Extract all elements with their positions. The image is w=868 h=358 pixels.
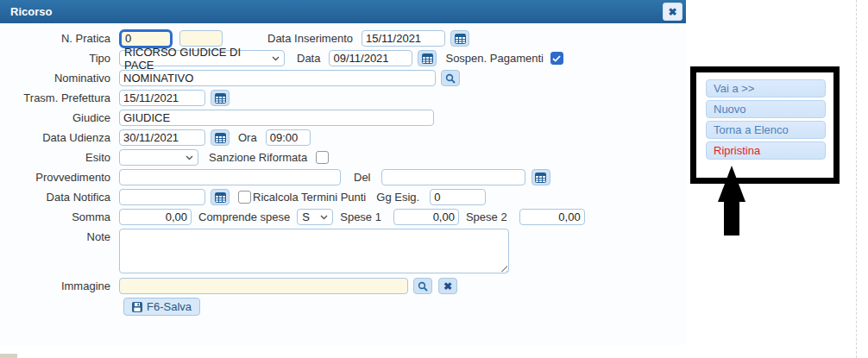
row-trasm-prefettura: Trasm. Prefettura	[0, 90, 686, 106]
esito-select[interactable]	[119, 149, 198, 166]
calendar-icon	[535, 173, 546, 183]
spese2-input[interactable]	[519, 209, 585, 225]
note-textarea[interactable]	[119, 229, 509, 273]
data-calendar-button[interactable]	[418, 50, 437, 66]
dialog-titlebar[interactable]: Ricorso ✖	[0, 0, 686, 23]
row-nominativo: Nominativo	[0, 70, 686, 86]
sanzione-riformata-checkbox[interactable]	[316, 151, 329, 164]
del-calendar-button[interactable]	[531, 169, 550, 185]
data-udienza-input[interactable]	[119, 129, 205, 146]
n-pratica-label: N. Pratica	[0, 30, 119, 47]
chevron-down-icon	[320, 215, 328, 220]
spese1-label: Spese 1	[340, 210, 381, 223]
checkmark-icon	[552, 55, 561, 62]
trasm-prefettura-label: Trasm. Prefettura	[0, 90, 119, 106]
search-icon	[445, 73, 456, 84]
dialog-title: Ricorso	[0, 5, 52, 18]
immagine-label: Immagine	[0, 278, 119, 294]
page: Ricorso ✖ N. Pratica Data Inserimento Ti…	[0, 0, 868, 358]
row-data-udienza: Data Udienza Ora	[0, 129, 686, 146]
annotation-arrow-stem	[724, 201, 739, 236]
giudice-label: Giudice	[0, 110, 119, 126]
row-data-notifica: Data Notifica Ricalcola Termini Punti Gg…	[0, 189, 686, 205]
annotation-arrow-up-icon	[718, 166, 745, 202]
save-button-label: F6-Salva	[147, 300, 192, 313]
row-giudice: Giudice	[0, 110, 686, 126]
close-icon: ✖	[668, 6, 676, 18]
giudice-input[interactable]	[119, 110, 434, 126]
data-udienza-calendar-button[interactable]	[211, 129, 230, 146]
row-immagine: Immagine ✖	[0, 278, 686, 294]
sanzione-riformata-label: Sanzione Riformata	[209, 151, 307, 164]
row-tipo: Tipo RICORSO GIUDICE DI PACE Data Sospen…	[0, 50, 686, 66]
page-corner-fragment	[0, 354, 17, 358]
calendar-icon	[215, 93, 226, 104]
row-esito: Esito Sanzione Riformata	[0, 149, 686, 166]
spese2-label: Spese 2	[466, 210, 507, 223]
ricalcola-checkbox[interactable]	[238, 191, 251, 204]
row-n-pratica: N. Pratica Data Inserimento	[0, 30, 686, 47]
ricalcola-label: Ricalcola Termini Punti	[253, 191, 366, 204]
calendar-icon	[422, 53, 433, 64]
ricorso-dialog: Ricorso ✖ N. Pratica Data Inserimento Ti…	[0, 0, 686, 345]
annotation-highlight-box	[690, 66, 840, 184]
del-input[interactable]	[381, 169, 525, 185]
nominativo-input[interactable]	[119, 70, 436, 86]
row-save: F6-Salva	[0, 298, 686, 316]
tipo-label: Tipo	[0, 50, 119, 66]
calendar-icon	[215, 192, 226, 203]
save-icon	[132, 302, 142, 312]
tipo-selected-value: RICORSO GIUDICE DI PACE	[124, 46, 268, 72]
sospen-pagamenti-label: Sospen. Pagamenti	[445, 52, 543, 65]
row-provvedimento: Provvedimento Del	[0, 169, 686, 185]
nominativo-label: Nominativo	[0, 70, 119, 86]
spese1-input[interactable]	[393, 209, 459, 225]
trasm-prefettura-calendar-button[interactable]	[211, 90, 230, 106]
ora-input[interactable]	[266, 129, 311, 146]
save-button[interactable]: F6-Salva	[123, 298, 200, 316]
search-icon	[418, 281, 428, 292]
trasm-prefettura-input[interactable]	[119, 90, 205, 106]
esito-label: Esito	[0, 149, 119, 166]
data-notifica-input[interactable]	[119, 189, 205, 205]
immagine-input[interactable]	[119, 278, 408, 294]
close-button[interactable]: ✖	[663, 3, 682, 21]
immagine-clear-button[interactable]: ✖	[438, 278, 457, 294]
data-inserimento-calendar-button[interactable]	[450, 30, 469, 47]
ora-label: Ora	[238, 131, 257, 144]
data-notifica-calendar-button[interactable]	[211, 189, 230, 205]
provvedimento-input[interactable]	[119, 169, 341, 185]
note-label: Note	[0, 229, 119, 245]
data-inserimento-label: Data Inserimento	[267, 32, 353, 45]
data-label: Data	[297, 52, 320, 65]
chevron-down-icon	[186, 155, 193, 160]
calendar-icon	[455, 34, 466, 44]
provvedimento-label: Provvedimento	[0, 169, 119, 185]
data-input[interactable]	[329, 50, 412, 66]
chevron-down-icon	[272, 56, 280, 61]
ricorso-form: N. Pratica Data Inserimento Tipo RICORSO…	[0, 30, 686, 319]
clear-icon: ✖	[443, 280, 452, 292]
row-somma: Somma Comprende spese S Spese 1 Spese 2	[0, 209, 686, 225]
data-inserimento-input[interactable]	[362, 30, 445, 47]
gg-esig-label: Gg Esig.	[376, 191, 419, 204]
data-notifica-label: Data Notifica	[0, 189, 119, 205]
immagine-search-button[interactable]	[413, 278, 432, 294]
row-note: Note	[0, 229, 686, 273]
somma-input[interactable]	[119, 209, 192, 225]
data-udienza-label: Data Udienza	[0, 129, 119, 146]
comprende-spese-select[interactable]: S	[297, 209, 333, 225]
comprende-spese-selected-value: S	[302, 210, 310, 223]
nominativo-search-button[interactable]	[441, 70, 460, 86]
page-edge-divider	[856, 0, 857, 358]
comprende-spese-label: Comprende spese	[198, 210, 290, 223]
del-label: Del	[354, 171, 371, 184]
somma-label: Somma	[0, 209, 119, 225]
sospen-pagamenti-checkbox[interactable]	[550, 52, 563, 65]
tipo-select[interactable]: RICORSO GIUDICE DI PACE	[119, 50, 285, 66]
calendar-icon	[215, 133, 226, 143]
gg-esig-input[interactable]	[430, 189, 486, 205]
n-pratica-sub-input[interactable]	[179, 30, 223, 47]
